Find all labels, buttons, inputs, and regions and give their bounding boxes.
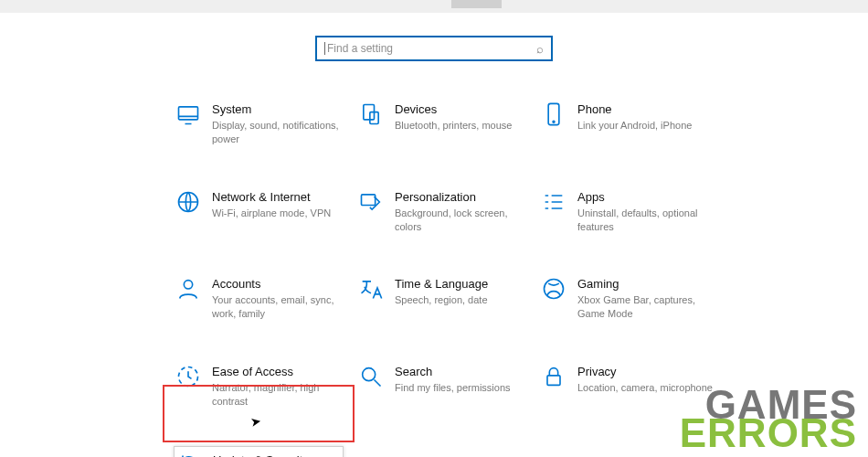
system-icon [175, 101, 201, 127]
tile-time-language[interactable]: Time & Language Speech, region, date [356, 271, 539, 326]
apps-icon [541, 189, 566, 215]
svg-point-10 [363, 368, 376, 381]
search-icon: ⌕ [536, 42, 544, 56]
tile-network[interactable]: Network & Internet Wi-Fi, airplane mode,… [174, 184, 356, 239]
tile-title: Network & Internet [212, 190, 331, 204]
search-input[interactable]: Find a setting ⌕ [315, 36, 553, 61]
tile-sub: Bluetooth, printers, mouse [395, 119, 512, 133]
tile-apps[interactable]: Apps Uninstall, defaults, optional featu… [539, 184, 722, 239]
svg-rect-0 [179, 107, 198, 120]
devices-icon [358, 101, 384, 127]
tile-title: Apps [577, 190, 715, 204]
globe-icon [175, 189, 201, 215]
lock-icon [541, 364, 566, 389]
phone-icon [541, 101, 566, 127]
brand-line2: ERRORS [680, 410, 857, 455]
tile-gaming[interactable]: Gaming Xbox Game Bar, captures, Game Mod… [539, 271, 722, 326]
svg-point-7 [184, 281, 192, 289]
magnifier-icon [358, 364, 384, 389]
top-banner [0, 0, 868, 13]
person-icon [175, 276, 201, 302]
tile-sub: Narrator, magnifier, high contrast [212, 381, 349, 409]
svg-rect-11 [547, 376, 560, 386]
watermark: GAMES ERRORS [680, 390, 857, 448]
tile-devices[interactable]: Devices Bluetooth, printers, mouse [356, 96, 539, 152]
tile-sub: Wi-Fi, airplane mode, VPN [212, 207, 331, 220]
tile-sub: Background, lock screen, colors [395, 207, 532, 234]
language-icon [358, 276, 384, 302]
tile-title: Update & Security [213, 453, 337, 457]
tile-title: Search [395, 365, 511, 378]
tile-title: Ease of Access [212, 365, 349, 378]
tile-sub: Xbox Game Bar, captures, Game Mode [577, 293, 715, 321]
tile-system[interactable]: System Display, sound, notifications, po… [174, 96, 356, 152]
svg-point-4 [553, 121, 555, 122]
settings-grid: System Display, sound, notifications, po… [174, 96, 758, 457]
tile-search[interactable]: Search Find my files, permissions [356, 358, 539, 414]
svg-point-8 [545, 280, 564, 299]
tile-ease-of-access[interactable]: Ease of Access Narrator, magnifier, high… [174, 358, 356, 414]
search-placeholder: Find a setting [324, 42, 536, 55]
tile-update-security[interactable]: Update & Security Windows Update, recove… [174, 446, 344, 457]
tile-personalization[interactable]: Personalization Background, lock screen,… [356, 184, 539, 239]
tile-sub: Link your Android, iPhone [577, 119, 692, 133]
tile-sub: Uninstall, defaults, optional features [577, 207, 715, 234]
top-banner-button[interactable] [451, 0, 502, 8]
tile-sub: Find my files, permissions [395, 381, 511, 395]
tile-title: Time & Language [395, 277, 488, 291]
tile-title: Phone [577, 102, 692, 116]
svg-rect-3 [548, 103, 559, 124]
paint-icon [358, 189, 384, 215]
tile-title: Gaming [577, 277, 715, 291]
tile-title: Privacy [577, 365, 713, 378]
search-container: Find a setting ⌕ [0, 36, 868, 61]
tile-title: Accounts [212, 277, 349, 291]
tile-title: System [212, 102, 349, 116]
tile-accounts[interactable]: Accounts Your accounts, email, sync, wor… [174, 271, 356, 326]
svg-rect-6 [362, 195, 376, 206]
ease-icon [175, 364, 201, 389]
sync-icon [176, 452, 202, 457]
xbox-icon [541, 276, 566, 302]
tile-sub: Speech, region, date [395, 293, 488, 307]
tile-title: Devices [395, 102, 512, 116]
tile-phone[interactable]: Phone Link your Android, iPhone [539, 96, 722, 152]
tile-sub: Display, sound, notifications, power [212, 119, 349, 146]
tile-title: Personalization [395, 190, 532, 204]
tile-sub: Your accounts, email, sync, work, family [212, 293, 349, 321]
